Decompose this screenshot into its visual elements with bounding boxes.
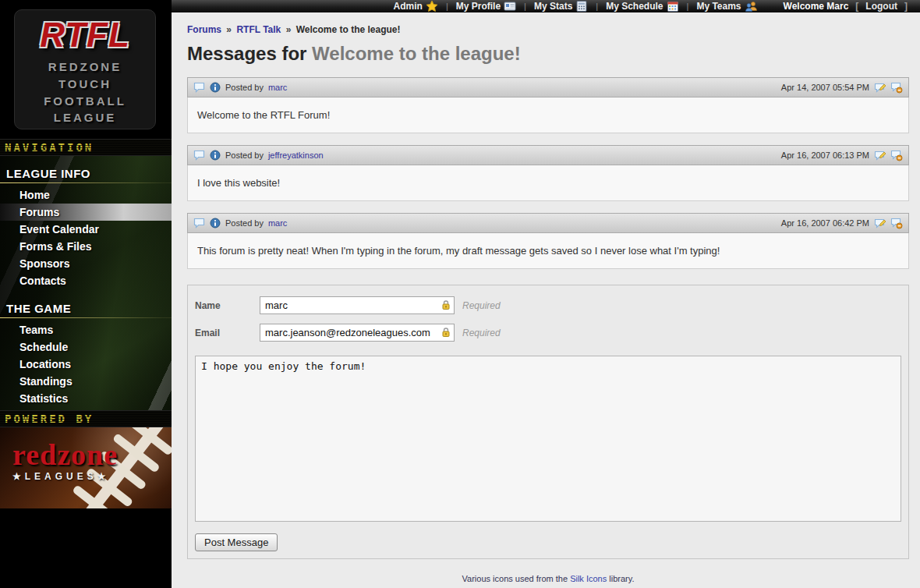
the-game-heading: THE GAME bbox=[0, 299, 172, 317]
sidebar-item-sponsors[interactable]: Sponsors bbox=[0, 255, 172, 272]
message-author-link[interactable]: jeffreyatkinson bbox=[268, 151, 324, 160]
post-message-button[interactable]: Post Message bbox=[195, 533, 278, 551]
sidebar-item-forums[interactable]: Forums bbox=[0, 204, 172, 221]
message-actions bbox=[874, 82, 903, 94]
comment-delete-icon[interactable] bbox=[890, 218, 903, 229]
topbar: Admin | My Profile | My Stats | My Sched… bbox=[172, 0, 920, 12]
sidebar-item-statistics[interactable]: Statistics bbox=[0, 390, 172, 407]
powered-by-led-label: POWERED BY bbox=[5, 413, 94, 425]
navigation-led-bar: NAVIGATION bbox=[0, 139, 172, 156]
logo-line: REDZONE bbox=[15, 58, 155, 76]
page-title: Messages for Welcome to the league! bbox=[187, 43, 909, 65]
comment-edit-icon[interactable] bbox=[874, 82, 886, 94]
sidebar-item-teams[interactable]: Teams bbox=[0, 321, 172, 338]
powered-by-led-bar: POWERED BY bbox=[0, 410, 172, 427]
welcome-text: Welcome Marc bbox=[784, 1, 849, 12]
message-date: Apr 16, 2007 06:42 PM bbox=[781, 218, 869, 228]
logout-link[interactable]: Logout bbox=[865, 1, 897, 12]
sidebar: RTFL REDZONE TOUCH FOOTBALL LEAGUE NAVIG… bbox=[0, 0, 172, 588]
comment-delete-icon[interactable] bbox=[890, 150, 903, 161]
the-game-section: THE GAME Teams Schedule Locations Standi… bbox=[0, 299, 172, 407]
footer-text: library. bbox=[607, 574, 634, 583]
email-label: Email bbox=[195, 328, 260, 338]
logo-line: FOOTBALL bbox=[15, 93, 155, 110]
message-textarea[interactable]: I hope you enjoy the forum! bbox=[195, 356, 901, 522]
navigation-led-label: NAVIGATION bbox=[5, 141, 94, 154]
sidebar-item-home[interactable]: Home bbox=[0, 186, 172, 204]
name-input[interactable] bbox=[265, 299, 441, 311]
message-body: This forum is pretty neat! When I'm typi… bbox=[187, 233, 909, 269]
sidebar-menu: LEAGUE INFO Home Forums Event Calendar F… bbox=[0, 156, 172, 410]
vcard-icon bbox=[504, 0, 516, 12]
topbar-item-label: My Profile bbox=[456, 1, 501, 12]
message-body: Welcome to the RTFL Forum! bbox=[187, 97, 909, 133]
required-label: Required bbox=[462, 328, 501, 338]
info-icon[interactable] bbox=[210, 218, 221, 228]
redzone-leagues-logo[interactable]: redzone ★LEAGUES★ bbox=[12, 441, 118, 482]
comment-edit-icon[interactable] bbox=[874, 218, 886, 229]
name-row: Name Required bbox=[195, 296, 901, 314]
lock-icon bbox=[441, 327, 451, 338]
message-header: Posted by jeffreyatkinson Apr 16, 2007 0… bbox=[187, 145, 909, 165]
breadcrumb-rtfl-talk-link[interactable]: RTFL Talk bbox=[236, 24, 281, 35]
sidebar-item-locations[interactable]: Locations bbox=[0, 356, 172, 373]
message-author-link[interactable]: marc bbox=[268, 218, 287, 228]
message-author-link[interactable]: marc bbox=[268, 83, 287, 92]
topbar-separator: | bbox=[685, 2, 692, 11]
sidebar-item-standings[interactable]: Standings bbox=[0, 373, 172, 390]
topbar-item-label: Admin bbox=[394, 1, 423, 12]
sidebar-item-forms-files[interactable]: Forms & Files bbox=[0, 238, 172, 255]
page-title-topic: Welcome to the league! bbox=[312, 43, 521, 64]
email-row: Email Required bbox=[195, 324, 901, 342]
breadcrumb-forums-link[interactable]: Forums bbox=[187, 24, 221, 35]
heading-rule bbox=[0, 182, 172, 183]
topbar-separator: | bbox=[444, 2, 451, 11]
breadcrumb: Forums » RTFL Talk » Welcome to the leag… bbox=[187, 24, 909, 35]
required-label: Required bbox=[462, 300, 501, 311]
forum-message: Posted by marc Apr 14, 2007 05:54 PM Wel… bbox=[187, 77, 909, 133]
silk-icons-link[interactable]: Silk Icons bbox=[570, 574, 607, 583]
topbar-item-my-schedule[interactable]: My Schedule bbox=[606, 0, 678, 12]
forum-message: Posted by jeffreyatkinson Apr 16, 2007 0… bbox=[187, 145, 909, 201]
sidebar-item-contacts[interactable]: Contacts bbox=[0, 272, 172, 289]
posted-by-label: Posted by bbox=[225, 218, 264, 228]
rtfl-logo-lines: REDZONE TOUCH FOOTBALL LEAGUE bbox=[15, 58, 155, 126]
sidebar-item-event-calendar[interactable]: Event Calendar bbox=[0, 221, 172, 238]
group-icon bbox=[745, 0, 758, 12]
topbar-item-label: My Stats bbox=[534, 1, 572, 12]
email-input[interactable] bbox=[265, 327, 441, 338]
sidebar-filler bbox=[0, 508, 172, 588]
breadcrumb-current: Welcome to the league! bbox=[296, 24, 401, 35]
posted-by-label: Posted by bbox=[225, 83, 264, 92]
powered-by-logo-area: redzone ★LEAGUES★ bbox=[0, 427, 172, 508]
main-area: Admin | My Profile | My Stats | My Sched… bbox=[172, 0, 920, 588]
message-date: Apr 14, 2007 05:54 PM bbox=[781, 83, 869, 92]
comment-delete-icon[interactable] bbox=[890, 82, 903, 94]
rtfl-logo[interactable]: RTFL REDZONE TOUCH FOOTBALL LEAGUE bbox=[14, 9, 156, 129]
comment-edit-icon[interactable] bbox=[874, 150, 886, 161]
message-header: Posted by marc Apr 16, 2007 06:42 PM bbox=[187, 213, 909, 233]
topbar-separator: | bbox=[522, 2, 529, 11]
info-icon[interactable] bbox=[210, 82, 221, 93]
redzone-logo-name: redzone bbox=[12, 441, 118, 468]
lock-icon bbox=[441, 299, 451, 311]
name-input-wrap bbox=[260, 296, 455, 314]
topbar-item-admin[interactable]: Admin bbox=[394, 0, 438, 12]
topbar-item-my-profile[interactable]: My Profile bbox=[456, 0, 516, 12]
topbar-item-my-stats[interactable]: My Stats bbox=[534, 0, 588, 12]
message-body: I love this website! bbox=[187, 165, 909, 201]
league-logo-area: RTFL REDZONE TOUCH FOOTBALL LEAGUE bbox=[0, 0, 172, 139]
star-icon bbox=[426, 0, 438, 12]
comment-icon bbox=[193, 218, 205, 228]
email-input-wrap bbox=[260, 324, 455, 342]
topbar-item-my-teams[interactable]: My Teams bbox=[696, 0, 757, 12]
breadcrumb-separator: » bbox=[284, 24, 294, 35]
comment-icon bbox=[193, 82, 205, 93]
info-icon[interactable] bbox=[210, 150, 221, 161]
topbar-menu: Admin | My Profile | My Stats | My Sched… bbox=[394, 0, 909, 12]
calculator-icon bbox=[575, 0, 588, 12]
message-actions bbox=[874, 150, 903, 161]
sidebar-item-schedule[interactable]: Schedule bbox=[0, 338, 172, 356]
page-title-prefix: Messages for bbox=[187, 43, 312, 64]
message-header: Posted by marc Apr 14, 2007 05:54 PM bbox=[187, 77, 909, 97]
